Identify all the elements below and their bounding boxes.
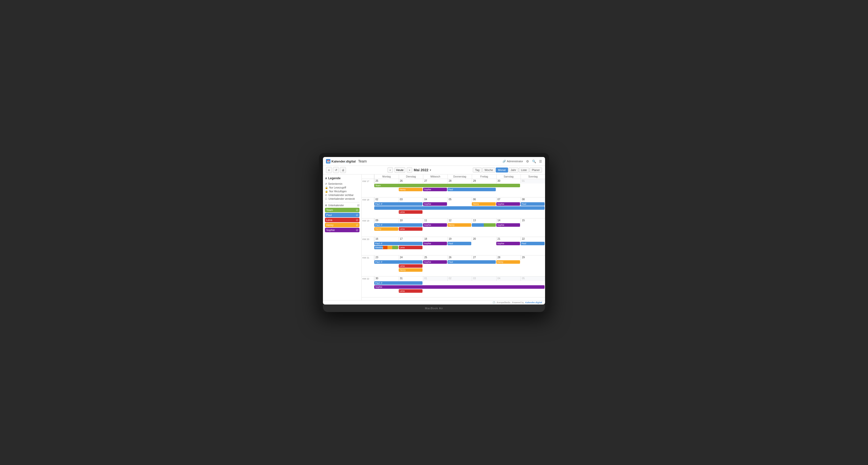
prev-month-btn[interactable]: ‹ (388, 167, 393, 173)
week-kw21: KW 21 23 24 25 26 27 28 29 Pau (362, 256, 545, 276)
cal-paul[interactable]: Paul ☑ (325, 213, 360, 217)
evt-kw18-sophie1[interactable]: Sophie (423, 202, 447, 206)
evt-kw21-henry[interactable]: Henry (496, 260, 520, 264)
legend-label: Legende (328, 176, 340, 180)
day-mon: Montag (374, 174, 399, 179)
evt-kw20-paul2[interactable]: Paul (447, 242, 471, 245)
day-fri: Freitag (472, 174, 496, 179)
kw17-label: KW 17 (362, 179, 374, 184)
evt-kw19-henry[interactable]: Henry (447, 223, 471, 227)
cal-lena-check: ☑ (356, 219, 358, 222)
toolbar-left: ∧ ↺ 🖨 (326, 167, 346, 173)
evt-kw17-team[interactable]: Team (374, 184, 520, 187)
view-tag[interactable]: Tag (473, 167, 482, 172)
view-planer[interactable]: Planer (530, 167, 542, 172)
search-icon[interactable]: 🔍 (532, 160, 536, 163)
evt-kw19-green[interactable] (472, 223, 496, 227)
evt-kw19-lena[interactable]: Lena (399, 227, 423, 231)
evt-kw18-paul2[interactable]: Paul (521, 202, 545, 206)
logo-text: Kalender.digital (332, 160, 356, 163)
cal-lena[interactable]: Lena ☑ (325, 218, 360, 222)
evt-kw20-sophie1[interactable]: Sophie (423, 242, 447, 245)
evt-kw17-henry[interactable]: Henry (399, 188, 423, 191)
cal-paul-check: ☑ (356, 214, 358, 217)
evt-kw22-lena[interactable]: Lena (399, 289, 423, 293)
gear-icon[interactable]: ⚙ (325, 204, 327, 207)
evt-kw19-paul[interactable]: Paul ↺ (374, 223, 423, 227)
cal-sophie-check: ☑ (356, 229, 358, 232)
evt-kw18-lena[interactable]: Lena (399, 210, 423, 214)
app-container: 📅 Kalender.digital Team 🔗 Administrator … (323, 157, 545, 304)
day-headers: Montag Dienstag Mittwoch Donnerstag Frei… (362, 174, 545, 179)
serie-label: Serientermin (328, 182, 342, 185)
kw20-label: KW 20 (362, 237, 374, 241)
evt-kw21-henry2[interactable]: Henry (399, 268, 423, 272)
logo: 📅 Kalender.digital (326, 159, 356, 164)
day-tue: Dienstag (399, 174, 423, 179)
next-month-btn[interactable]: › (407, 167, 412, 173)
admin-label: 🔗 Administrator (502, 160, 523, 163)
evt-kw21-sophie[interactable]: Sophie (423, 260, 447, 264)
app-footer: 🕐 Europe/Berlin Powered by Kalender.digi… (323, 300, 545, 304)
app-header: 📅 Kalender.digital Team 🔗 Administrator … (323, 157, 545, 166)
week-kw20: KW 20 16 17 18 19 20 21 22 Pau (362, 237, 545, 256)
legend-item-hidden: ☐ Unterkalender versteckt (325, 197, 360, 201)
evt-kw17-sophie[interactable]: Sophie (423, 188, 447, 191)
month-nav: ‹ Heute › Mai 2022 ▾ (347, 167, 471, 173)
settings-icon[interactable]: ⚙ (526, 160, 529, 163)
add-icon: 🔒 (325, 190, 328, 193)
menu-icon[interactable]: ☰ (539, 160, 542, 163)
view-buttons: Tag Woche Monat Jahr Liste Planer (473, 167, 542, 172)
header-right: 🔗 Administrator ⚙ 🔍 ☰ (502, 160, 542, 163)
day-sun: Sonntag (521, 174, 545, 179)
legend-header[interactable]: ∧ Legende (325, 176, 360, 180)
evt-kw22-sophie[interactable]: Sophie (374, 285, 545, 289)
month-dropdown-icon[interactable]: ▾ (430, 168, 431, 172)
kw19-label: KW 19 (362, 219, 374, 223)
print-btn[interactable]: 🖨 (340, 167, 346, 173)
evt-kw19-sophie2[interactable]: Sophie (496, 223, 520, 227)
view-monat[interactable]: Monat (496, 167, 508, 172)
evt-kw20-paul[interactable]: Paul ↺ (374, 242, 423, 245)
refresh-btn[interactable]: ↺ (333, 167, 339, 173)
legend-toggle-btn[interactable]: ∧ (326, 167, 332, 173)
page-title: Team (358, 159, 500, 163)
view-jahr[interactable]: Jahr (508, 167, 518, 172)
laptop-model: MacBook Air (425, 307, 443, 310)
footer-timezone: Europe/Berlin (497, 301, 510, 304)
laptop-screen: 📅 Kalender.digital Team 🔗 Administrator … (323, 157, 545, 304)
evt-kw18-blue-long[interactable] (374, 206, 545, 210)
laptop-frame: 📅 Kalender.digital Team 🔗 Administrator … (319, 153, 549, 312)
evt-kw20-paul3[interactable]: Paul (521, 242, 545, 245)
evt-kw21-paul2[interactable]: Paul (447, 260, 496, 264)
cal-henry[interactable]: Henry ☑ (325, 223, 360, 227)
evt-kw22-paul[interactable]: Paul ↺ (374, 281, 423, 285)
lock-icon: 🔒 (325, 186, 328, 189)
view-woche[interactable]: Woche (482, 167, 495, 172)
evt-kw18-paul-sync[interactable]: Paul ↺ (374, 202, 423, 206)
cal-paul-label: Paul (326, 213, 332, 217)
evt-kw20-lena[interactable]: Lena (399, 246, 423, 249)
evt-kw21-lena[interactable]: Lena (399, 264, 423, 268)
cal-sophie-label: Sophie (326, 229, 335, 232)
view-liste[interactable]: Liste (519, 167, 529, 172)
day-thu: Donnerstag (447, 174, 472, 179)
evt-kw20-meeting[interactable]: Meeting (374, 246, 398, 249)
today-btn[interactable]: Heute (395, 167, 405, 173)
evt-kw18-henry[interactable]: Henry (472, 202, 496, 206)
link-icon: 🔗 (502, 160, 506, 163)
evt-kw17-paul[interactable]: Paul (447, 188, 496, 191)
read-label: Nur Lesezugriff (329, 186, 346, 189)
footer-brand: Kalender.digital (525, 301, 542, 304)
evt-kw18-sophie2[interactable]: Sophie (496, 202, 520, 206)
cal-team[interactable]: Team ☑ (325, 208, 360, 212)
evt-kw20-sophie2[interactable]: Sophie (496, 242, 520, 245)
evt-kw19-henry2[interactable]: Henry (374, 227, 398, 231)
cal-henry-label: Henry (326, 224, 334, 227)
evt-kw21-paul[interactable]: Paul ↺ (374, 260, 423, 264)
week-kw22: KW 22 30 31 01 02 03 04 05 Pau (362, 276, 545, 298)
evt-kw19-sophie1[interactable]: Sophie (423, 223, 447, 227)
cal-sophie[interactable]: Sophie ☑ (325, 228, 360, 232)
add-label: Nur Hinzufügen (329, 190, 346, 193)
laptop-base: MacBook Air (323, 304, 545, 312)
